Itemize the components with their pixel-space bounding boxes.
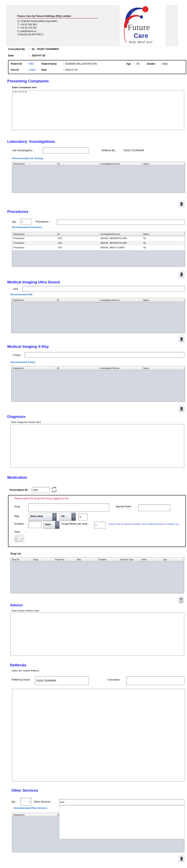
recommended-xray-link[interactable]: Recommended X-Rays	[10, 361, 36, 363]
table-row[interactable]: Procedures 1541 DENTAL -MEDIUM FILLING O…	[12, 236, 185, 241]
consultant-input[interactable]	[126, 676, 184, 685]
colon: :	[29, 48, 29, 51]
uss-table-body	[11, 302, 185, 333]
cell-department: Procedures	[12, 241, 57, 246]
other-qty-input[interactable]	[21, 798, 32, 806]
referring-doctor-label: Reffering Doctor	[12, 678, 30, 681]
trash-icon	[180, 202, 183, 206]
cell-service: DENTAL -MEDIUM FILLING	[99, 241, 142, 246]
referral-list-box[interactable]	[12, 689, 185, 781]
section-title-complaints: Presenting Complaints	[7, 79, 49, 83]
add-drug-button[interactable]: Add Drug	[14, 535, 24, 542]
way-qty-input[interactable]	[78, 514, 87, 520]
section-title-referrals: Refferals	[10, 663, 26, 668]
xray-input-label: X-Rays :	[12, 354, 22, 356]
recommended-procedures-link[interactable]: Recommended Procedures	[12, 226, 42, 228]
section-title-other-services: Other Services	[11, 788, 38, 793]
table-header-cell: Department	[12, 162, 57, 166]
consulted-by-row: Consulted By:Dr. TAZIO TOURNIER	[8, 48, 59, 51]
company-address: Le Chainter,Victoria,Mahe,Seychelles	[17, 20, 106, 23]
refresh-icon	[51, 486, 57, 493]
table-header-cell: Drug	[32, 558, 54, 562]
drug-delete-button[interactable]	[179, 596, 184, 603]
tablet-fraction-helper: Please add as decimal numbers when addin…	[109, 523, 179, 525]
colon: :	[63, 62, 64, 65]
company-title: Future Care by Future Holdings (Pty) Lim…	[17, 15, 106, 18]
diagnosis-label: Enter Diagnosis Details Here	[11, 421, 41, 423]
prescription-id-input[interactable]	[32, 487, 49, 493]
duration-unit-select[interactable]: Day/s	[43, 521, 60, 529]
lab-referred-label: Reffered By :	[102, 149, 116, 152]
prescription-id-label: Prescription ID :	[10, 489, 29, 491]
procedures-delete-button[interactable]	[179, 271, 184, 278]
title-underline	[17, 18, 99, 19]
logo-name-text: Future	[128, 23, 150, 32]
meal-timing-select[interactable]: Before Meal	[29, 513, 57, 521]
uss-table: DepartmentIDInvestigation/ServiceStatus	[11, 298, 185, 333]
total-label: Total	[14, 530, 20, 533]
recommended-other-services-link[interactable]: Recommended Other Services	[14, 807, 47, 809]
xray-delete-button[interactable]	[179, 405, 184, 412]
drug-list-label: Drug List	[10, 552, 21, 555]
recommended-lab-link[interactable]: Recommended Lab Testings	[12, 157, 43, 159]
special-notes-label: Special Notes	[116, 505, 131, 508]
lab-table-head: DepartmentIDInvestigation/ServiceStatus	[12, 162, 185, 166]
trash-icon	[180, 337, 183, 341]
section-title-xray: Medical Imaging X-Ray	[7, 344, 49, 349]
uss-delete-button[interactable]	[179, 336, 184, 342]
trash-icon	[180, 406, 183, 411]
colon: :	[29, 54, 29, 57]
table-row[interactable]: Procedures 1547 DENTAL -NIGHT GUARD Ok	[12, 246, 185, 250]
special-notes-input[interactable]	[138, 504, 170, 511]
refresh-prescription-button[interactable]	[51, 486, 58, 493]
procedures-qty-input[interactable]	[20, 219, 31, 225]
frequency-value: OD	[60, 513, 71, 521]
referring-doctor-input[interactable]	[35, 676, 89, 685]
table-header-cell: Department	[12, 232, 57, 236]
table-header-cell: Department	[12, 813, 56, 817]
lab-delete-button[interactable]	[179, 200, 184, 207]
cell-service: DENTAL -MEDIUM FILLING	[99, 236, 142, 241]
table-header-cell: Investigation/Service	[99, 162, 142, 166]
advice-textarea[interactable]	[10, 613, 184, 656]
table-row[interactable]: Procedures 1541 DENTAL -MEDIUM FILLING O…	[12, 241, 185, 246]
other-services-input[interactable]	[59, 799, 184, 805]
duration-input[interactable]	[28, 521, 42, 528]
consultation-report-page: Future Care by Future Holdings (Pty) Lim…	[0, 0, 187, 868]
date-label: Date	[8, 54, 29, 57]
per-meal-input[interactable]	[94, 522, 106, 528]
section-title-lab: Laboratory Investigations	[7, 140, 55, 144]
section-title-uss: Medical Imaging Ultra Sound	[7, 280, 60, 284]
table-header-cell: Fequency	[54, 558, 76, 562]
uss-input[interactable]	[22, 286, 185, 291]
recommended-uss-link[interactable]: Recommended USS	[10, 293, 32, 296]
procedures-input[interactable]	[57, 219, 185, 225]
visit-id-label: Visit ID	[11, 68, 19, 71]
xray-table: DepartmentIDInvestigation/ServiceStatus	[11, 366, 185, 402]
section-title-advice: Advice	[10, 603, 23, 608]
consulted-by-value: Dr. TAZIO TOURNIER	[32, 48, 59, 51]
lab-table: DepartmentIDInvestigation/ServiceStatus	[12, 162, 185, 193]
uss-input-label: USS :	[13, 287, 20, 290]
colon: :	[26, 505, 27, 508]
frequency-select[interactable]: OD	[60, 513, 76, 521]
table-header-cell: Way	[76, 558, 97, 562]
procedures-table: DepartmentIDInvestigation/ServiceStatus …	[12, 232, 185, 267]
xray-input[interactable]	[25, 352, 184, 358]
company-number: Company No.8417652-2	[17, 33, 106, 36]
visit-date-value: 2024-07-20	[65, 68, 77, 71]
chevron-down-icon	[52, 513, 57, 521]
drug-input[interactable]	[28, 503, 109, 512]
complaints-textarea[interactable]: to do cv 45 44 46	[12, 90, 184, 130]
drug-suggestion-notice: Please select the Drug from Drug suggess…	[14, 497, 69, 500]
patient-id-value: 7401	[29, 62, 34, 65]
table-header-cell: Department	[11, 366, 56, 370]
table-header-cell: Duration	[97, 558, 119, 562]
lab-investigation-input[interactable]	[43, 148, 89, 153]
other-services-delete-button[interactable]	[179, 855, 184, 862]
table-header-cell: Note	[141, 558, 162, 562]
colon: :	[63, 68, 64, 71]
patient-info-box: Patient ID : 7401 Patient Name : EDWARD …	[8, 60, 186, 74]
medication-entry-box: Please select the Drug from Drug suggess…	[8, 495, 186, 547]
diagnosis-textarea[interactable]	[10, 424, 184, 468]
